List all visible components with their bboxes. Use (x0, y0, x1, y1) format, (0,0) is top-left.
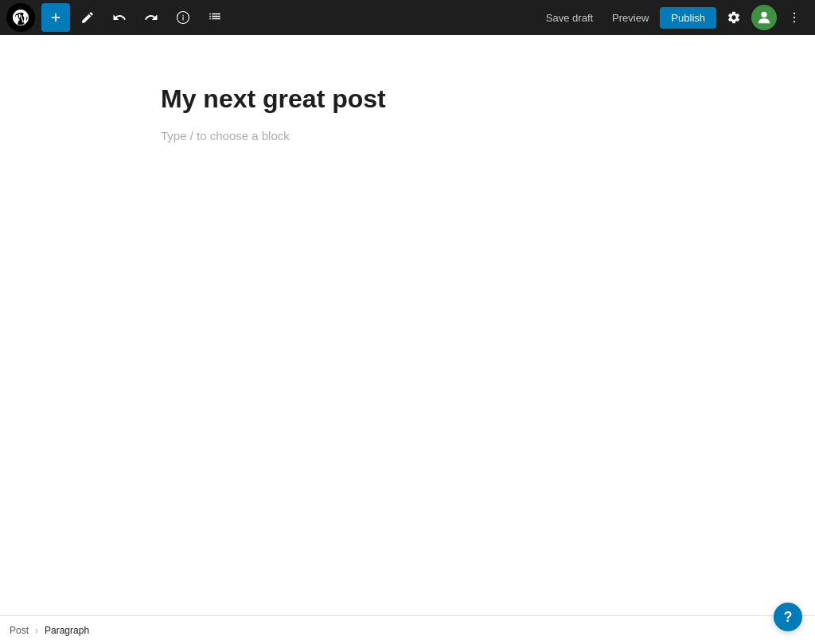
breadcrumb-current: Paragraph (45, 625, 89, 636)
bottom-bar: Post › Paragraph (0, 615, 815, 644)
publish-button[interactable]: Publish (660, 7, 716, 29)
undo-button[interactable] (105, 3, 134, 32)
toolbar-left (6, 3, 535, 32)
breadcrumb-post[interactable]: Post (10, 625, 29, 636)
toolbar-right: Save draft Preview Publish (538, 3, 809, 32)
user-avatar[interactable] (751, 5, 777, 30)
list-view-button[interactable] (201, 3, 229, 32)
plus-icon (49, 10, 63, 25)
wordpress-icon (11, 8, 30, 27)
svg-point-3 (794, 17, 795, 18)
details-button[interactable] (169, 3, 197, 32)
toolbar: Save draft Preview Publish (0, 0, 815, 35)
save-draft-button[interactable]: Save draft (538, 7, 601, 29)
gear-icon (727, 10, 741, 25)
info-icon (176, 10, 190, 25)
redo-button[interactable] (137, 3, 166, 32)
add-block-button[interactable] (41, 3, 70, 32)
more-vertical-icon (787, 10, 801, 25)
help-button[interactable]: ? (774, 603, 802, 631)
wp-logo[interactable] (6, 3, 35, 32)
block-placeholder[interactable]: Type / to choose a block (161, 129, 654, 142)
more-options-button[interactable] (780, 3, 809, 32)
svg-point-2 (794, 13, 795, 14)
redo-icon (144, 10, 158, 25)
svg-point-4 (794, 21, 795, 22)
avatar-icon (755, 9, 773, 26)
editor-area: My next great post Type / to choose a bl… (0, 35, 815, 615)
editor-content: My next great post Type / to choose a bl… (161, 83, 654, 142)
tools-button[interactable] (73, 3, 102, 32)
breadcrumb-separator: › (35, 625, 38, 636)
edit-icon (80, 10, 95, 25)
undo-icon (112, 10, 127, 25)
list-view-icon (208, 10, 222, 25)
svg-point-1 (761, 12, 766, 18)
post-title[interactable]: My next great post (161, 83, 654, 116)
preview-button[interactable]: Preview (604, 7, 657, 29)
settings-button[interactable] (719, 3, 748, 32)
